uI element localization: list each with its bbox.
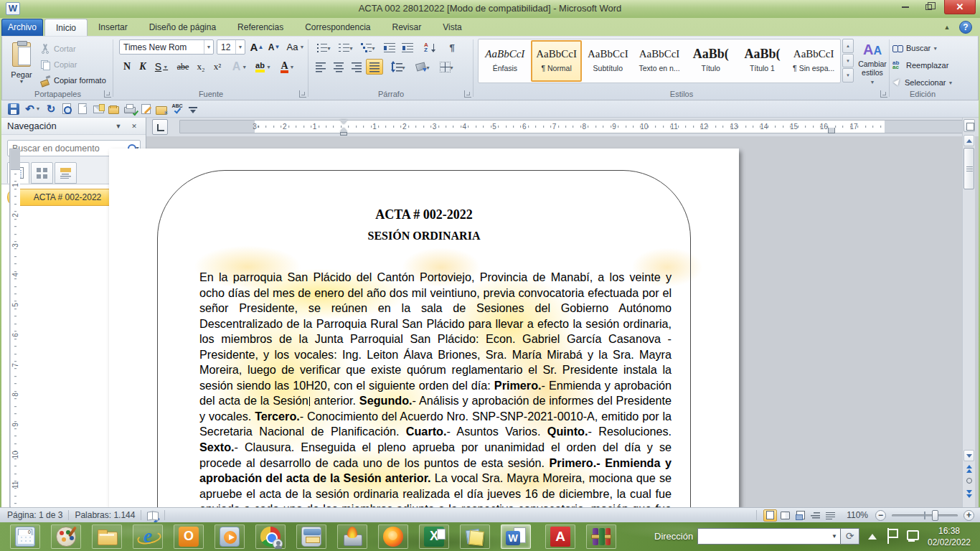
increase-indent-button[interactable] — [399, 39, 416, 55]
scrollbar-thumb[interactable] — [963, 148, 974, 189]
clipboard-dialog-launcher-icon[interactable] — [104, 90, 111, 98]
vertical-ruler[interactable]: 1234567891011 — [9, 149, 21, 507]
text-highlight-button[interactable]: ab▼ — [252, 59, 275, 75]
address-field[interactable] — [698, 532, 829, 542]
scroll-down-icon[interactable] — [963, 450, 974, 461]
horizontal-ruler[interactable]: 3211234567891011121314151617 — [179, 120, 969, 133]
replace-button[interactable]: abacReemplazar — [892, 58, 948, 72]
nav-tab-results[interactable] — [55, 162, 77, 184]
superscript-button[interactable]: x² — [209, 59, 225, 75]
select-button[interactable]: Seleccionar▼ — [892, 75, 953, 90]
multilevel-list-button[interactable]: ▼ — [357, 39, 377, 55]
quick-print-button[interactable] — [122, 102, 138, 116]
taskbar-paint-button[interactable] — [51, 524, 81, 549]
change-case-button[interactable]: Aa▼ — [286, 39, 306, 55]
grow-font-button[interactable]: A▲ — [248, 39, 265, 55]
gallery-down-icon[interactable]: ▼ — [842, 54, 854, 68]
change-styles-button[interactable]: AA Cambiar estilos ▼ — [857, 39, 888, 83]
zoom-level[interactable]: 110% — [847, 510, 868, 520]
ribbon-collapse-icon[interactable]: ▲ — [940, 22, 954, 33]
ribbon-tab[interactable]: Revisar — [382, 19, 433, 36]
nav-tab-pages[interactable] — [31, 162, 53, 184]
scroll-up-icon[interactable] — [963, 135, 974, 146]
open-button[interactable] — [106, 102, 122, 116]
zoom-in-button[interactable]: + — [963, 510, 974, 521]
nav-close-icon[interactable]: ✕ — [128, 121, 140, 132]
bold-button[interactable]: N — [119, 59, 135, 75]
action-center-flag-icon[interactable] — [887, 528, 897, 544]
ribbon-tab[interactable]: Insertar — [88, 19, 138, 36]
underline-button[interactable]: S▼ — [151, 59, 172, 75]
text-effects-button[interactable]: A▼ — [230, 59, 250, 75]
line-spacing-button[interactable]: ▼ — [387, 59, 407, 75]
style-item[interactable]: AaBbCcI Subtítulo — [582, 40, 633, 82]
paragraph-dialog-launcher-icon[interactable] — [464, 90, 471, 98]
address-input[interactable]: ▼ — [697, 528, 841, 545]
edit-document-button[interactable] — [138, 102, 154, 116]
ruler-toggle-button[interactable] — [963, 119, 975, 132]
select-browse-object-button[interactable] — [964, 476, 974, 486]
taskbar-ie-button[interactable]: e — [133, 524, 163, 549]
style-item[interactable]: AaBbCcI Énfasis — [479, 40, 531, 82]
sort-button[interactable]: AZ — [420, 39, 439, 55]
proofing-icon[interactable] — [147, 511, 159, 520]
borders-button[interactable]: ▼ — [435, 59, 455, 75]
bullets-button[interactable]: ▼ — [312, 39, 332, 55]
zoom-slider-handle[interactable] — [932, 510, 938, 521]
cut-button[interactable]: Cortar — [39, 41, 76, 57]
zoom-out-button[interactable]: − — [875, 510, 886, 521]
draft-view-button[interactable] — [824, 509, 837, 522]
taskbar-excel-button[interactable]: X — [419, 524, 449, 549]
outline-view-button[interactable] — [809, 509, 822, 522]
taskbar-chrome-button[interactable] — [255, 524, 286, 549]
style-item[interactable]: AaBbCcI Texto en n... — [633, 40, 685, 82]
format-painter-button[interactable]: Copiar formato — [39, 72, 106, 88]
qat-more-button[interactable] — [185, 102, 201, 116]
taskbar-stickynotes-button[interactable] — [460, 524, 490, 549]
send-mail-button[interactable] — [90, 102, 106, 116]
paste-button[interactable]: Pegar ▼ — [6, 39, 37, 93]
ribbon-tab[interactable]: Referencias — [227, 19, 294, 36]
undo-button[interactable]: ↶▼ — [22, 102, 43, 116]
style-item[interactable]: AaBb( Título — [685, 40, 737, 82]
tray-show-hidden-icon[interactable] — [868, 534, 877, 540]
taskbar-atube-button[interactable]: A — [545, 524, 575, 549]
align-left-button[interactable] — [312, 59, 329, 75]
nav-options-icon[interactable]: ▼ — [113, 121, 124, 132]
fullscreen-reading-view-button[interactable] — [778, 509, 792, 522]
styles-dialog-launcher-icon[interactable] — [880, 90, 887, 98]
close-button[interactable]: ✕ — [944, 0, 976, 14]
print-layout-view-button[interactable] — [763, 509, 777, 522]
minimize-button[interactable] — [895, 0, 915, 14]
print-preview-button[interactable] — [59, 102, 75, 116]
taskbar-word-button[interactable]: W — [501, 524, 531, 549]
shrink-font-button[interactable]: A▼ — [266, 39, 282, 55]
taskbar-scanner-button[interactable] — [296, 524, 326, 549]
vertical-scrollbar[interactable] — [962, 118, 975, 507]
ribbon-tab[interactable]: Inicio — [44, 19, 88, 36]
help-icon[interactable]: ? — [959, 21, 972, 34]
style-item[interactable]: AaBb( Título 1 — [737, 40, 788, 82]
align-center-button[interactable] — [330, 59, 347, 75]
shading-button[interactable]: ▼ — [411, 59, 431, 75]
document-location-button[interactable] — [154, 102, 169, 116]
taskbar-explorer-button[interactable] — [92, 524, 122, 549]
gallery-up-icon[interactable]: ▲ — [842, 39, 854, 53]
right-indent-marker[interactable] — [828, 128, 835, 133]
clock[interactable]: 16:3802/02/2022 — [924, 525, 974, 548]
strikethrough-button[interactable]: abe — [174, 59, 192, 75]
ribbon-tab[interactable]: Diseño de página — [138, 19, 227, 36]
font-color-button[interactable]: A▼ — [277, 59, 298, 75]
numbering-button[interactable]: ▼ — [334, 39, 354, 55]
italic-button[interactable]: K — [136, 59, 150, 75]
taskbar-winrar-button[interactable] — [586, 524, 616, 549]
redo-button[interactable]: ↻ — [43, 102, 59, 116]
font-size-select[interactable]: 12▼ — [217, 39, 245, 55]
new-document-button[interactable] — [75, 102, 90, 116]
page-indicator[interactable]: Página: 1 de 3 — [7, 510, 62, 520]
align-right-button[interactable] — [348, 59, 365, 75]
justify-button[interactable] — [366, 59, 383, 75]
taskbar-calculator-button[interactable] — [10, 524, 40, 549]
document-page[interactable]: ACTA # 002-2022 SESIÓN ORDINARIA En la p… — [109, 149, 739, 507]
ribbon-tab[interactable]: Vista — [432, 19, 472, 36]
